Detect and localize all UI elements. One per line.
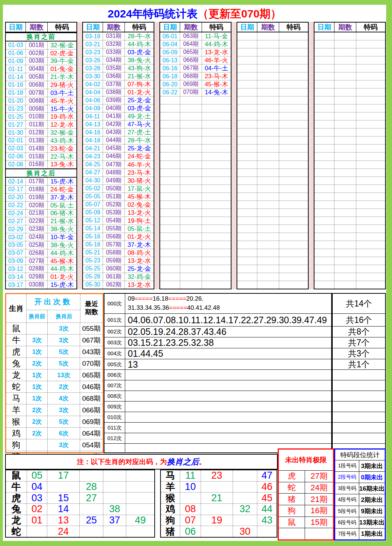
- record-period: [257, 233, 279, 241]
- record-row: 04-06039期25-龙-金: [83, 96, 154, 104]
- total-count: [333, 380, 385, 391]
- record-row: [237, 193, 308, 201]
- zodiac-name: 鸡: [6, 428, 27, 439]
- count-before-change: 1次: [27, 346, 48, 357]
- header-draw-counts: 开出次数: [27, 294, 80, 310]
- count-before-change: 2次: [27, 428, 48, 439]
- record-row: 05-28061期32-鸡-金: [83, 273, 154, 281]
- col-header-date: 日期: [314, 23, 334, 32]
- record-date: 03-28: [83, 64, 103, 72]
- record-row: [314, 112, 385, 120]
- record-row: 04-27048期23-马-木: [83, 169, 154, 177]
- zodiac-number: [201, 504, 233, 515]
- frequency-label: 003次: [104, 337, 125, 348]
- record-row: [314, 225, 385, 233]
- record-date: [314, 40, 334, 48]
- zodiac-stats-row: 狗3次054期: [6, 439, 103, 451]
- record-special-code: [279, 153, 308, 160]
- frequency-row: 011次: [104, 423, 331, 433]
- record-special-code: 47-马-火: [125, 120, 154, 128]
- zodiac-number: [180, 492, 201, 503]
- zodiac-number: [126, 482, 154, 492]
- record-special-code: 28-牛-水: [125, 32, 154, 40]
- record-row: 01-27011期12-龙-水: [6, 121, 76, 129]
- record-period: 042期: [103, 120, 125, 128]
- col-header-code: 特码: [279, 23, 308, 32]
- record-row: 01-20008期45-羊-火: [6, 97, 76, 105]
- recent-period: 055期: [80, 323, 103, 334]
- count-after-change: 5次: [48, 416, 80, 427]
- record-date: 05-14: [83, 225, 103, 233]
- zodiac-name: 牛: [6, 335, 27, 346]
- record-date: 02-17: [6, 186, 26, 193]
- equals-separator: =====: [169, 304, 187, 311]
- record-period: 041期: [103, 112, 125, 120]
- record-date: 05-18: [83, 241, 103, 249]
- record-date: [237, 225, 257, 233]
- record-date: [237, 56, 257, 64]
- record-row: 02-27022期21-猴-水: [6, 217, 76, 225]
- record-date: 01-11: [6, 65, 26, 73]
- record-period: [257, 161, 279, 169]
- record-date: [237, 241, 257, 249]
- record-row: 01-30012期32-猴-金: [6, 129, 76, 137]
- record-date: [314, 56, 334, 64]
- record-period: 032期: [103, 40, 125, 48]
- record-row: [160, 201, 231, 209]
- record-row: 04-02037期07-狗-木: [83, 80, 154, 88]
- missing-zodiac-name: 狗: [279, 505, 305, 517]
- record-period: [257, 64, 279, 72]
- record-period: 027期: [26, 257, 48, 265]
- record-row: [160, 120, 231, 128]
- record-period: 060期: [103, 265, 125, 273]
- frequency-numbers: 09=====16.18=====20.26.31.33.34.35.36===…: [125, 294, 331, 313]
- record-date: [314, 257, 334, 265]
- record-date: 02-01: [6, 137, 26, 145]
- record-period: 067期: [180, 64, 202, 72]
- zodiac-number: [233, 515, 257, 526]
- zodiac-numbers-table-right: 马112347羊1046猴2145鸡083244狗071943猪0630: [160, 470, 277, 538]
- record-date: [237, 209, 257, 217]
- record-special-code: [202, 96, 231, 104]
- record-date: [314, 185, 334, 193]
- record-special-code: 13-龙-火: [125, 209, 154, 217]
- record-date: 02-14: [6, 178, 26, 185]
- frequency-label: [104, 444, 125, 452]
- record-period: 045期: [103, 145, 125, 152]
- record-date: 03-14: [6, 273, 26, 281]
- record-row: 01-18007期03-牛-土: [6, 89, 76, 97]
- period-table-group-5: 日期期数特码: [314, 22, 386, 289]
- record-period: [334, 104, 356, 112]
- record-period: 005期: [26, 73, 48, 81]
- record-period: [257, 265, 279, 273]
- zodiac-name: 狗: [161, 515, 180, 526]
- record-date: [160, 209, 180, 217]
- frequency-numbers: [125, 412, 331, 422]
- record-special-code: 19-狗-土: [125, 217, 154, 225]
- record-row: [237, 233, 308, 241]
- zodiac-number: 46: [257, 482, 277, 492]
- record-row: 04-21045期25-龙-金: [83, 145, 154, 153]
- record-special-code: [202, 273, 231, 281]
- missing-zodiac-name: 猪: [279, 494, 305, 505]
- record-row: 01-23009期15-牛-火: [6, 105, 76, 113]
- record-row: 01-11004期01-兔-金: [6, 65, 76, 73]
- frequency-label: 005次: [104, 359, 125, 369]
- record-period: [257, 217, 279, 225]
- record-date: [160, 233, 180, 241]
- frequency-row: 009次: [104, 401, 331, 412]
- record-row: 06-09065期13-龙-水: [160, 48, 231, 56]
- record-special-code: 01-龙-火: [125, 88, 154, 96]
- record-special-code: [279, 120, 308, 128]
- record-special-code: 23-马-木: [202, 72, 231, 80]
- total-count: [333, 391, 385, 401]
- record-row: [314, 128, 385, 136]
- zodiac-number: [126, 470, 154, 481]
- record-special-code: [279, 56, 308, 64]
- record-row: 05-05051期45-猴-木: [83, 193, 154, 201]
- segment-row: 3段号码16期未出: [335, 483, 385, 494]
- table-rows: 06-01063期11-马-金06-04064期44-鸡-木06-09065期1…: [160, 32, 231, 289]
- zodiac-name: 猴: [6, 416, 27, 427]
- zodiac-number: 44: [257, 504, 277, 515]
- record-row: [160, 161, 231, 169]
